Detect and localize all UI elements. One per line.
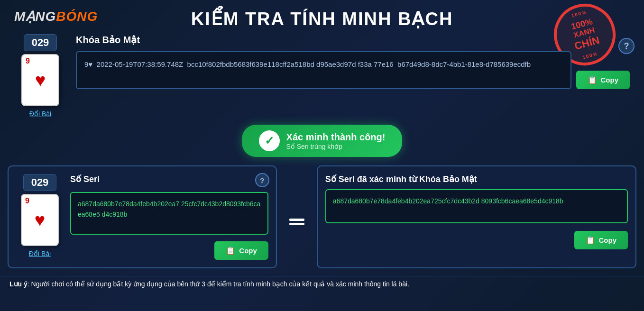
verified-copy-label: Copy xyxy=(599,236,617,244)
shield-icon: ✓ xyxy=(259,130,280,151)
verify-banner: ✓ Xác minh thành công! Số Seri trùng khớ… xyxy=(14,125,630,157)
top-section: 029 9 ♥ Đổi Bài Khóa Bảo Mật 9♥_2022-05-… xyxy=(0,34,644,125)
top-card-suit: ♥ xyxy=(35,70,46,91)
footer-bold: Lưu ý xyxy=(9,280,28,288)
verified-copy-icon: 📋 xyxy=(586,236,595,245)
verify-text-block: Xác minh thành công! Số Seri trùng khớp xyxy=(286,132,386,150)
verify-subtitle: Số Seri trùng khớp xyxy=(286,143,386,150)
seri-label: Số Seri xyxy=(70,174,268,184)
key-label: Khóa Bảo Mật xyxy=(76,34,630,46)
stamp-top: 100% xyxy=(571,9,588,18)
key-section: Khóa Bảo Mật 9♥_2022-05-19T07:38:59.748Z… xyxy=(76,34,630,89)
verified-seri-label: Số Seri đã xác minh từ Khóa Bảo Mật xyxy=(325,174,628,184)
bottom-card-number: 029 xyxy=(23,174,57,191)
logo-mang: MẠNG xyxy=(14,9,56,24)
stamp-bottom: 100% xyxy=(582,51,598,60)
bottom-card-area: 029 9 ♥ Đổi Bài xyxy=(16,174,64,257)
footer-note: Lưu ý: Người chơi có thể sử dụng bất kỳ … xyxy=(0,276,644,293)
top-card-rank: 9 xyxy=(26,57,30,65)
verified-seri-value: a687da680b7e78da4feb4b202ea725cfc7dc43b2… xyxy=(333,197,563,205)
logo-bong: BÓNG xyxy=(56,9,98,24)
top-playing-card: 9 ♥ xyxy=(21,54,59,106)
verify-success: ✓ Xác minh thành công! Số Seri trùng khớ… xyxy=(242,125,403,157)
top-card-number: 029 xyxy=(24,34,57,51)
page-title: KIỂM TRA TÍNH MINH BẠCH xyxy=(191,9,453,29)
bottom-card-suit: ♥ xyxy=(35,210,46,230)
key-row: 9♥_2022-05-19T07:38:59.748Z_bcc10f802fbd… xyxy=(76,51,630,89)
verify-title: Xác minh thành công! xyxy=(286,132,386,143)
seri-copy-label: Copy xyxy=(239,247,257,255)
verified-seri-box: a687da680b7e78da4feb4b202ea725cfc7dc43b2… xyxy=(325,189,628,223)
seri-content: Số Seri a687da680b7e78da4feb4b202ea7 25c… xyxy=(70,174,268,260)
seri-value: a687da680b7e78da4feb4b202ea7 25cfc7dc43b… xyxy=(78,200,260,218)
verified-copy-button[interactable]: 📋 Copy xyxy=(574,231,628,249)
bottom-card-rank: 9 xyxy=(25,197,29,205)
key-copy-button[interactable]: 📋 Copy xyxy=(576,71,630,89)
bottom-playing-card: 9 ♥ xyxy=(21,194,59,246)
copy-icon: 📋 xyxy=(588,75,597,84)
seri-box: a687da680b7e78da4feb4b202ea7 25cfc7dc43b… xyxy=(70,192,268,235)
top-card-area: 029 9 ♥ Đổi Bài xyxy=(14,34,66,118)
bottom-section: 029 9 ♥ Đổi Bài Số Seri a687da680b7e78da… xyxy=(0,165,644,276)
seri-copy-button[interactable]: 📋 Copy xyxy=(214,241,268,260)
seri-panel: 029 9 ♥ Đổi Bài Số Seri a687da680b7e78da… xyxy=(8,165,277,268)
logo: MẠNGBÓNG xyxy=(14,9,98,24)
header: MẠNGBÓNG KIỂM TRA TÍNH MINH BẠCH 100% 10… xyxy=(0,0,644,34)
key-copy-label: Copy xyxy=(601,76,619,84)
bottom-doi-bai[interactable]: Đổi Bài xyxy=(29,250,51,257)
equals-sign xyxy=(286,219,307,225)
top-doi-bai[interactable]: Đổi Bài xyxy=(29,110,51,118)
seri-help-button[interactable]: ? xyxy=(255,173,269,187)
footer-text: : Người chơi có thể sử dụng bất kỳ ứng d… xyxy=(28,280,409,288)
main-wrapper: MẠNGBÓNG KIỂM TRA TÍNH MINH BẠCH 100% 10… xyxy=(0,0,644,311)
shield-check: ✓ xyxy=(265,134,274,147)
help-button-top[interactable]: ? xyxy=(618,38,635,54)
verified-seri-panel: Số Seri đã xác minh từ Khóa Bảo Mật a687… xyxy=(317,165,636,268)
seri-copy-icon: 📋 xyxy=(226,246,235,255)
key-box: 9♥_2022-05-19T07:38:59.748Z_bcc10f802fbd… xyxy=(76,51,571,89)
key-value: 9♥_2022-05-19T07:38:59.748Z_bcc10f802fbd… xyxy=(84,60,531,68)
